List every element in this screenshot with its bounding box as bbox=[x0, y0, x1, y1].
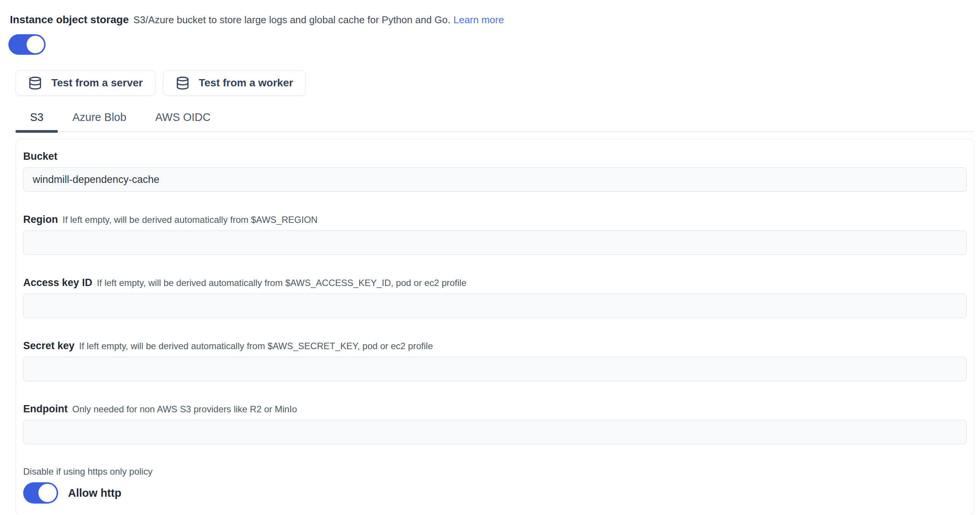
form-field-bucket: Bucket bbox=[23, 151, 967, 192]
endpoint-label: Endpoint bbox=[23, 403, 68, 415]
allow-http-note: Disable if using https only policy bbox=[23, 466, 967, 477]
bucket-input[interactable] bbox=[23, 167, 967, 192]
storage-type-tabs: S3 Azure Blob AWS OIDC bbox=[16, 106, 974, 132]
secret-key-label: Secret key bbox=[23, 340, 75, 352]
form-field-region: Region If left empty, will be derived au… bbox=[23, 214, 967, 255]
tab-aws-oidc[interactable]: AWS OIDC bbox=[141, 106, 225, 131]
form-field-endpoint: Endpoint Only needed for non AWS S3 prov… bbox=[23, 403, 967, 444]
secret-key-hint: If left empty, will be derived automatic… bbox=[79, 341, 433, 351]
tab-azure-blob[interactable]: Azure Blob bbox=[58, 106, 141, 131]
access-key-id-hint: If left empty, will be derived automatic… bbox=[97, 277, 466, 288]
test-from-server-label: Test from a server bbox=[51, 77, 143, 89]
header: Instance object storage S3/Azure bucket … bbox=[10, 14, 974, 26]
test-from-worker-label: Test from a worker bbox=[199, 77, 293, 89]
test-from-worker-button[interactable]: Test from a worker bbox=[163, 70, 305, 96]
allow-http-label: Allow http bbox=[68, 487, 121, 499]
tab-s3[interactable]: S3 bbox=[16, 106, 58, 131]
page-description: S3/Azure bucket to store large logs and … bbox=[134, 14, 450, 26]
form-field-secret-key: Secret key If left empty, will be derive… bbox=[23, 340, 967, 381]
endpoint-input[interactable] bbox=[23, 420, 967, 444]
test-from-server-button[interactable]: Test from a server bbox=[16, 70, 156, 96]
learn-more-link[interactable]: Learn more bbox=[453, 14, 504, 26]
secret-key-input[interactable] bbox=[23, 357, 967, 381]
form-field-access-key-id: Access key ID If left empty, will be der… bbox=[23, 277, 967, 318]
access-key-id-label: Access key ID bbox=[23, 277, 92, 289]
database-icon bbox=[176, 76, 190, 90]
allow-http-toggle[interactable] bbox=[23, 482, 58, 504]
page-title: Instance object storage bbox=[10, 14, 129, 26]
toggle-knob bbox=[38, 484, 57, 502]
region-input[interactable] bbox=[23, 231, 967, 255]
instance-object-storage-settings: Instance object storage S3/Azure bucket … bbox=[0, 0, 980, 515]
endpoint-hint: Only needed for non AWS S3 providers lik… bbox=[72, 404, 297, 415]
instance-object-storage-toggle[interactable] bbox=[8, 34, 46, 55]
database-icon bbox=[28, 76, 42, 90]
s3-settings-panel: Bucket Region If left empty, will be der… bbox=[16, 139, 974, 515]
bucket-label: Bucket bbox=[23, 151, 57, 163]
toggle-knob bbox=[27, 36, 44, 53]
access-key-id-input[interactable] bbox=[23, 293, 967, 318]
allow-http-row: Allow http bbox=[23, 482, 967, 504]
test-actions: Test from a server Test from a worker bbox=[16, 70, 974, 96]
region-label: Region bbox=[23, 214, 58, 226]
region-hint: If left empty, will be derived automatic… bbox=[63, 215, 318, 225]
